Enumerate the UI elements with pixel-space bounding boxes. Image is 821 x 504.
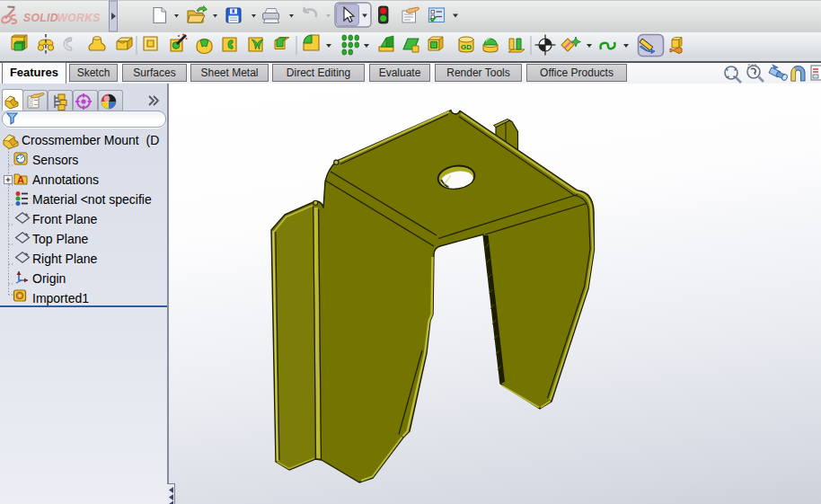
svg-text:GD: GD — [461, 43, 472, 51]
svg-text:SOLID: SOLID — [23, 12, 58, 24]
svg-text:A: A — [17, 174, 24, 185]
svg-text:WORKS: WORKS — [57, 12, 101, 24]
